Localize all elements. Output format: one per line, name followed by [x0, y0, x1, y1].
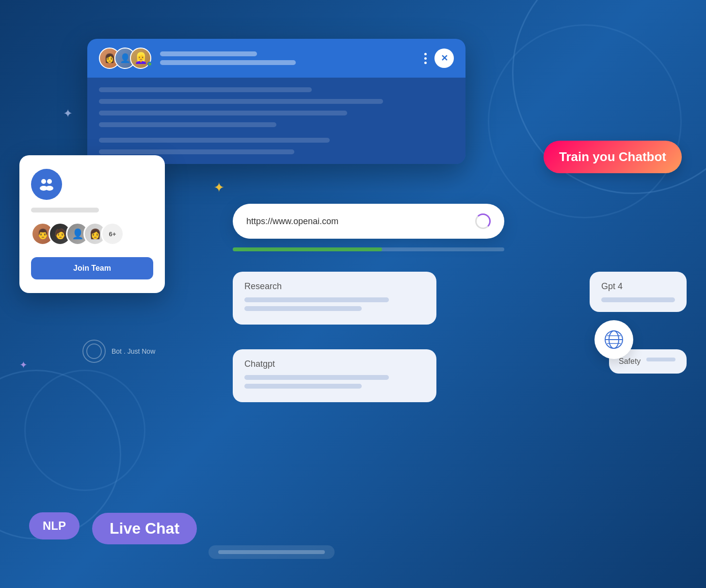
train-chatbot-badge: Train you Chatbot — [544, 141, 682, 173]
chat-header-text — [160, 51, 417, 65]
team-members-extra-count: 6+ — [101, 222, 124, 245]
research-line-1 — [244, 297, 389, 302]
svg-point-0 — [41, 179, 46, 184]
team-member-avatars: 👨 🧑 👤 👩 6+ — [31, 222, 153, 245]
bot-label: Bot . Just Now — [112, 347, 155, 355]
team-title-line — [31, 208, 99, 212]
gpt4-line — [601, 297, 675, 302]
chat-line-6 — [99, 149, 294, 154]
team-icon-circle — [31, 169, 62, 200]
close-button[interactable]: ✕ — [434, 49, 454, 68]
background: ✦ ✦ ✦ 👩 👤 👱‍♀️ — [0, 0, 706, 588]
join-team-button[interactable]: Join Team — [31, 257, 153, 279]
bg-curve-2 — [488, 24, 682, 218]
chat-header-actions: ✕ — [424, 49, 454, 68]
header-line-2 — [160, 60, 296, 65]
sparkle-icon-2: ✦ — [213, 180, 225, 196]
people-icon — [38, 176, 55, 193]
bg-curve-4 — [24, 370, 145, 491]
safety-line — [646, 358, 675, 361]
safety-card-title: Safety — [619, 357, 641, 366]
research-card-title: Research — [244, 281, 425, 292]
chat-line-2 — [99, 99, 383, 104]
globe-icon-circle — [594, 320, 633, 359]
header-line-1 — [160, 51, 257, 56]
more-options-button[interactable] — [424, 53, 427, 64]
chat-header: 👩 👤 👱‍♀️ ✕ — [87, 39, 465, 78]
url-text: https://www.openai.com — [246, 216, 338, 227]
bottom-tab-bar — [209, 545, 335, 559]
online-indicator — [147, 62, 152, 66]
svg-point-1 — [47, 179, 52, 184]
chatgpt-card: Chatgpt — [233, 349, 436, 402]
loading-spinner — [475, 213, 491, 229]
chat-line-1 — [99, 87, 312, 92]
chat-line-5 — [99, 138, 330, 143]
progress-bar-fill — [233, 247, 382, 251]
chatgpt-card-title: Chatgpt — [244, 359, 425, 369]
nlp-badge: NLP — [29, 512, 80, 539]
url-input-card[interactable]: https://www.openai.com — [233, 204, 504, 239]
sparkle-icon-3: ✦ — [19, 359, 28, 371]
chat-avatar-group: 👩 👤 👱‍♀️ — [99, 48, 152, 69]
sparkle-icon-1: ✦ — [63, 107, 73, 120]
research-line-2 — [244, 306, 362, 311]
bot-avatar-circle — [82, 340, 106, 363]
chat-window: 👩 👤 👱‍♀️ ✕ — [87, 39, 465, 164]
bot-avatar-inner — [86, 343, 102, 359]
team-card: 👨 🧑 👤 👩 6+ Join Team — [19, 155, 165, 293]
svg-point-3 — [46, 186, 53, 191]
chat-line-3 — [99, 111, 347, 115]
gpt4-card: Gpt 4 — [590, 272, 687, 312]
chat-line-4 — [99, 122, 276, 127]
live-chat-badge: Live Chat — [92, 513, 197, 544]
chat-body — [87, 78, 465, 164]
bot-message-area: Bot . Just Now — [82, 340, 155, 363]
gpt4-card-title: Gpt 4 — [601, 281, 675, 292]
globe-icon — [603, 329, 625, 350]
progress-bar-container — [233, 247, 504, 251]
chatgpt-line-1 — [244, 375, 389, 380]
bottom-bar-line — [218, 550, 325, 554]
research-card: Research — [233, 272, 436, 325]
chatgpt-line-2 — [244, 384, 362, 389]
